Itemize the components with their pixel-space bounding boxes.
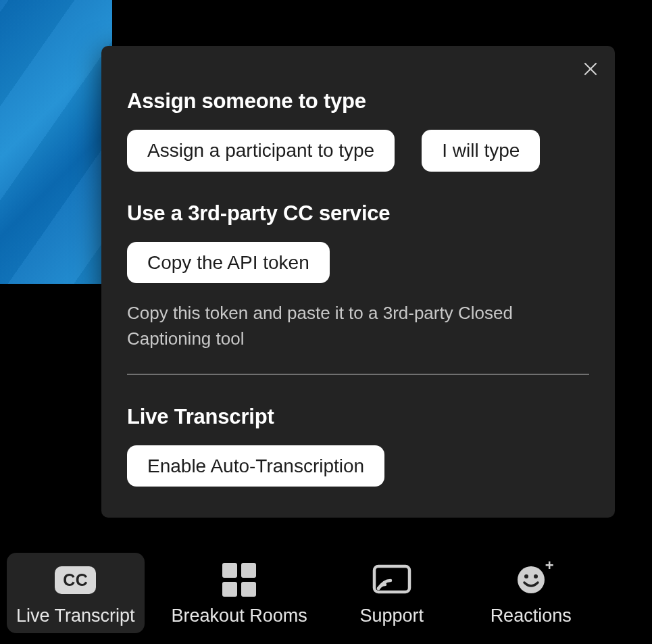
svg-point-6 [534,574,538,578]
toolbar-item-label: Breakout Rooms [172,605,307,626]
toolbar-support[interactable]: Support [334,553,449,633]
i-will-type-button[interactable]: I will type [422,130,540,172]
breakout-rooms-icon [222,563,256,597]
toolbar-reactions[interactable]: + Reactions [467,553,595,633]
live-transcript-popup: Assign someone to type Assign a particip… [101,46,615,518]
plus-icon: + [545,557,554,574]
toolbar-breakout-rooms[interactable]: Breakout Rooms [162,553,317,633]
toolbar-item-label: Support [359,605,424,626]
assign-participant-button[interactable]: Assign a participant to type [127,130,395,172]
svg-point-5 [524,574,528,578]
section-divider [127,374,589,375]
live-transcript-heading: Live Transcript [127,405,589,429]
svg-point-3 [377,587,380,589]
participant-video-tile [0,0,112,284]
svg-point-4 [518,566,545,593]
toolbar-live-transcript[interactable]: CC Live Transcript [7,553,145,633]
meeting-toolbar: CC Live Transcript Breakout Rooms Suppor… [0,539,652,633]
remote-support-icon [370,562,413,597]
enable-auto-transcription-button[interactable]: Enable Auto-Transcription [127,445,384,487]
close-button[interactable] [577,57,604,84]
toolbar-item-label: Live Transcript [16,605,135,626]
toolbar-item-label: Reactions [491,605,572,626]
third-party-helper-text: Copy this token and paste it to a 3rd-pa… [127,301,589,351]
reactions-icon: + [512,562,550,597]
copy-api-token-button[interactable]: Copy the API token [127,242,330,284]
assign-type-section: Assign someone to type Assign a particip… [127,89,589,172]
cc-icon: CC [55,566,96,594]
close-icon [582,61,599,80]
third-party-heading: Use a 3rd-party CC service [127,201,589,226]
live-transcript-section: Live Transcript Enable Auto-Transcriptio… [127,405,589,487]
third-party-cc-section: Use a 3rd-party CC service Copy the API … [127,201,589,375]
assign-heading: Assign someone to type [127,89,589,114]
